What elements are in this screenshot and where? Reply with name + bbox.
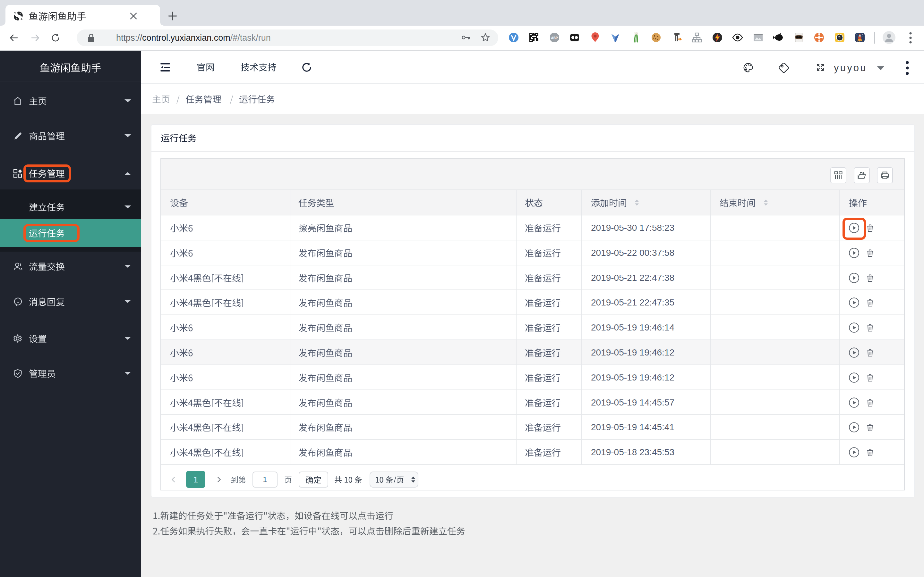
svg-text:ABP: ABP (551, 36, 557, 40)
